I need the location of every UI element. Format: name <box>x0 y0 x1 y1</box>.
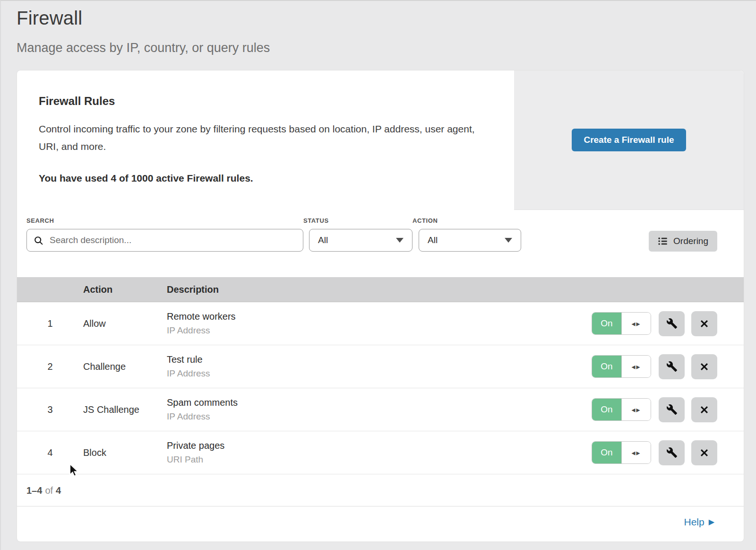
rule-action: Challenge <box>83 361 167 372</box>
help-link-label: Help <box>684 516 704 528</box>
delete-rule-button[interactable] <box>691 311 717 336</box>
card-intro: Firewall Rules Control incoming traffic … <box>17 70 514 210</box>
edit-rule-button[interactable] <box>659 311 685 336</box>
action-label: ACTION <box>412 217 521 224</box>
create-firewall-rule-button[interactable]: Create a Firewall rule <box>572 129 686 151</box>
table-row: 4 Block Private pages URI Path On ◂▸ <box>17 431 744 474</box>
rule-enabled-toggle[interactable]: On ◂▸ <box>592 398 651 421</box>
status-label: STATUS <box>303 217 412 224</box>
page-subtitle: Manage access by IP, country, or query r… <box>17 41 743 55</box>
rule-description: Remote workers <box>167 311 592 322</box>
rule-priority: 1 <box>17 318 83 329</box>
wrench-icon <box>666 447 678 458</box>
action-select-value: All <box>428 235 438 245</box>
list-ordering-icon <box>658 236 668 246</box>
pagination-range: 1–4 <box>26 485 42 496</box>
rule-match-type: IP Address <box>167 411 592 422</box>
rule-priority: 4 <box>17 447 83 458</box>
filter-bar: SEARCH STATUS All ACTION <box>17 210 744 277</box>
close-icon <box>699 404 710 415</box>
rule-description: Spam comments <box>167 397 592 408</box>
rule-enabled-toggle[interactable]: On ◂▸ <box>592 355 651 378</box>
toggle-arrows-icon: ◂▸ <box>622 399 651 420</box>
rule-description-cell: Private pages URI Path <box>167 440 592 465</box>
toggle-on-label: On <box>592 356 622 377</box>
ordering-button[interactable]: Ordering <box>649 231 717 252</box>
close-icon <box>699 361 710 372</box>
action-select[interactable]: All <box>419 229 521 252</box>
ordering-button-label: Ordering <box>673 236 708 246</box>
help-link[interactable]: Help ▶ <box>684 516 714 528</box>
table-row: 2 Challenge Test rule IP Address On ◂▸ <box>17 345 744 388</box>
delete-rule-button[interactable] <box>691 354 717 379</box>
action-column-header: Action <box>83 284 167 295</box>
description-column-header: Description <box>167 284 744 295</box>
card-description: Control incoming traffic to your zone by… <box>39 121 486 156</box>
edit-rule-button[interactable] <box>659 354 685 379</box>
toggle-arrows-icon: ◂▸ <box>622 313 651 334</box>
search-icon <box>34 236 43 245</box>
close-icon <box>699 318 710 329</box>
toggle-arrows-icon: ◂▸ <box>622 356 651 377</box>
usage-summary: You have used 4 of 1000 active Firewall … <box>39 173 486 184</box>
status-select[interactable]: All <box>309 229 412 252</box>
edit-rule-button[interactable] <box>659 440 685 465</box>
help-arrow-icon: ▶ <box>709 518 714 526</box>
rule-priority: 2 <box>17 361 83 372</box>
rule-match-type: IP Address <box>167 368 592 379</box>
card-top-section: Firewall Rules Control incoming traffic … <box>17 70 744 210</box>
delete-rule-button[interactable] <box>691 440 717 465</box>
rule-controls: On ◂▸ <box>592 397 744 422</box>
rule-match-type: IP Address <box>167 325 592 336</box>
table-header: Action Description <box>17 277 744 302</box>
toggle-on-label: On <box>592 313 622 334</box>
table-row: 1 Allow Remote workers IP Address On ◂▸ <box>17 302 744 345</box>
search-box[interactable] <box>26 229 303 252</box>
wrench-icon <box>666 361 678 372</box>
rule-description-cell: Test rule IP Address <box>167 354 592 379</box>
pagination-status: 1–4of4 <box>17 474 744 506</box>
edit-rule-button[interactable] <box>659 397 685 422</box>
pagination-total: 4 <box>56 485 61 496</box>
search-label: SEARCH <box>26 217 303 224</box>
create-rule-panel: Create a Firewall rule <box>514 70 744 210</box>
rule-enabled-toggle[interactable]: On ◂▸ <box>592 312 651 335</box>
status-select-value: All <box>318 235 328 245</box>
rule-controls: On ◂▸ <box>592 311 744 336</box>
wrench-icon <box>666 404 678 415</box>
action-filter-group: ACTION All <box>412 217 521 252</box>
rule-action: JS Challenge <box>83 404 167 415</box>
page-title: Firewall <box>17 8 743 29</box>
table-row: 3 JS Challenge Spam comments IP Address … <box>17 388 744 431</box>
firewall-page: Firewall Manage access by IP, country, o… <box>1 1 756 542</box>
search-filter-group: SEARCH <box>26 217 303 252</box>
rule-action: Block <box>83 447 167 458</box>
card-heading: Firewall Rules <box>39 95 486 108</box>
toggle-arrows-icon: ◂▸ <box>622 442 651 463</box>
toggle-on-label: On <box>592 399 622 420</box>
chevron-down-icon <box>396 238 404 243</box>
rule-action: Allow <box>83 318 167 329</box>
rule-description-cell: Remote workers IP Address <box>167 311 592 336</box>
rule-enabled-toggle[interactable]: On ◂▸ <box>592 441 651 464</box>
pagination-of: of <box>42 485 56 496</box>
firewall-rules-card: Firewall Rules Control incoming traffic … <box>17 70 744 542</box>
search-input[interactable] <box>49 235 296 246</box>
wrench-icon <box>666 318 678 329</box>
rule-description-cell: Spam comments IP Address <box>167 397 592 422</box>
chevron-down-icon <box>505 238 512 243</box>
rule-controls: On ◂▸ <box>592 440 744 465</box>
rule-controls: On ◂▸ <box>592 354 744 379</box>
rule-description: Test rule <box>167 354 592 365</box>
rules-table-body: 1 Allow Remote workers IP Address On ◂▸ <box>17 302 744 474</box>
rule-priority: 3 <box>17 404 83 415</box>
close-icon <box>699 447 710 458</box>
rule-match-type: URI Path <box>167 454 592 465</box>
toggle-on-label: On <box>592 442 622 463</box>
status-filter-group: STATUS All <box>303 217 412 252</box>
delete-rule-button[interactable] <box>691 397 717 422</box>
help-row: Help ▶ <box>17 506 744 541</box>
rule-description: Private pages <box>167 440 592 451</box>
